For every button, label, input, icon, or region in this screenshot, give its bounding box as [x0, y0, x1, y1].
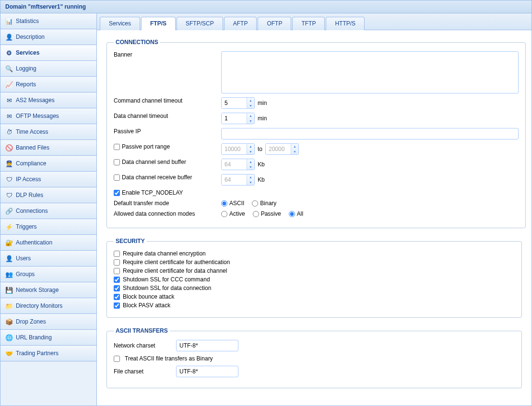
- passive-ip-input[interactable]: [221, 128, 519, 139]
- tab-sftp-scp[interactable]: SFTP/SCP: [177, 17, 223, 30]
- chevron-up-icon[interactable]: ▲: [247, 144, 254, 149]
- net-charset-combo[interactable]: ▼: [176, 340, 238, 351]
- sidebar-item-label: IP Access: [16, 176, 41, 183]
- passive-port-to-spinner[interactable]: ▲▼: [265, 143, 299, 155]
- services-icon: ⚙: [5, 49, 13, 57]
- cmd-timeout-unit: min: [258, 100, 267, 106]
- shutdown-data-checkbox[interactable]: [114, 285, 120, 291]
- chevron-up-icon[interactable]: ▲: [247, 113, 254, 118]
- req-client-cert-auth-label: Require client certificate for authentic…: [123, 259, 230, 266]
- sidebar-item-ip-access[interactable]: 🛡IP Access: [0, 171, 96, 187]
- ascii-legend: ASCII TRANSFERS: [114, 327, 170, 334]
- tab-aftp[interactable]: AFTP: [224, 17, 257, 30]
- cmd-timeout-input[interactable]: [222, 98, 247, 108]
- sidebar-item-network-storage[interactable]: 💾Network Storage: [0, 282, 96, 298]
- net-charset-input[interactable]: [177, 342, 238, 349]
- tab-oftp[interactable]: OFTP: [258, 17, 291, 30]
- transfer-ascii-radio[interactable]: [221, 200, 227, 207]
- chevron-down-icon[interactable]: ▼: [247, 180, 254, 185]
- block-pasv-checkbox[interactable]: [114, 302, 120, 309]
- ip-access-icon: 🛡: [5, 175, 13, 183]
- tcp-nodelay-checkbox[interactable]: [114, 190, 120, 196]
- sidebar-item-as2-messages[interactable]: ✉AS2 Messages: [0, 92, 96, 108]
- data-timeout-input[interactable]: [222, 113, 247, 124]
- sidebar-item-url-branding[interactable]: 🌐URL Branding: [0, 329, 96, 346]
- transfer-mode-label: Default transfer mode: [114, 200, 221, 207]
- conn-all-radio[interactable]: [289, 211, 295, 217]
- conn-passive-label: Passive: [261, 210, 281, 217]
- chevron-up-icon[interactable]: ▲: [247, 174, 254, 180]
- file-charset-input[interactable]: [177, 368, 238, 375]
- req-client-cert-data-checkbox[interactable]: [114, 268, 120, 274]
- sidebar-item-services[interactable]: ⚙Services: [0, 45, 96, 61]
- passive-port-checkbox[interactable]: [114, 144, 120, 150]
- users-icon: 👤: [5, 255, 13, 262]
- passive-port-from-spinner[interactable]: ▲▼: [221, 143, 255, 155]
- sidebar-item-label: Groups: [16, 271, 35, 278]
- file-charset-combo[interactable]: ▼: [176, 366, 238, 377]
- chevron-down-icon[interactable]: ▼: [291, 149, 298, 154]
- sidebar-item-banned-files[interactable]: 🚫Banned Files: [0, 139, 96, 156]
- chevron-down-icon[interactable]: ▼: [247, 149, 254, 154]
- chevron-up-icon[interactable]: ▲: [247, 98, 254, 103]
- passive-port-to-input[interactable]: [266, 144, 291, 154]
- time-access-icon: ⏱: [5, 128, 13, 136]
- tab-http-s[interactable]: HTTP/S: [326, 17, 365, 30]
- shutdown-ccc-checkbox[interactable]: [114, 277, 120, 283]
- sidebar-item-trading-partners[interactable]: 🤝Trading Partners: [0, 345, 96, 361]
- file-charset-label: File charset: [114, 368, 171, 375]
- dlp-rules-icon: 🛡: [5, 191, 13, 199]
- tabs: ServicesFTP/SSFTP/SCPAFTPOFTPTFTPHTTP/S: [97, 13, 532, 30]
- security-legend: SECURITY: [114, 238, 147, 244]
- sidebar-item-compliance[interactable]: 👮Compliance: [0, 155, 96, 172]
- sidebar-item-label: Time Access: [16, 128, 48, 135]
- sidebar-item-statistics[interactable]: 📊Statistics: [0, 13, 96, 29]
- banned-files-icon: 🚫: [5, 144, 13, 151]
- sidebar-item-directory-monitors[interactable]: 📁Directory Monitors: [0, 298, 96, 314]
- recv-buf-checkbox[interactable]: [114, 174, 120, 181]
- req-client-cert-auth-checkbox[interactable]: [114, 259, 120, 266]
- chevron-down-icon[interactable]: ▼: [247, 164, 254, 170]
- shutdown-data-label: Shutdown SSL for data connection: [123, 285, 211, 291]
- tab-ftp-s[interactable]: FTP/S: [141, 17, 176, 30]
- sidebar-item-oftp-messages[interactable]: ✉OFTP Messages: [0, 108, 96, 124]
- block-bounce-checkbox[interactable]: [114, 294, 120, 300]
- cmd-timeout-spinner[interactable]: ▲▼: [221, 97, 255, 109]
- req-data-enc-checkbox[interactable]: [114, 251, 120, 257]
- cmd-timeout-label: Command channel timeout: [114, 97, 221, 104]
- chevron-up-icon[interactable]: ▲: [291, 144, 298, 149]
- send-buf-checkbox[interactable]: [114, 159, 120, 165]
- sidebar-item-logging[interactable]: 🔍Logging: [0, 60, 96, 77]
- conn-active-radio[interactable]: [221, 211, 227, 217]
- sidebar-item-users[interactable]: 👤Users: [0, 250, 96, 267]
- banner-label: Banner: [114, 51, 221, 58]
- chevron-up-icon[interactable]: ▲: [247, 159, 254, 164]
- conn-passive-radio[interactable]: [253, 211, 259, 217]
- chevron-down-icon[interactable]: ▼: [247, 103, 254, 108]
- send-buf-input[interactable]: [222, 159, 247, 170]
- sidebar-item-triggers[interactable]: ⚡Triggers: [0, 219, 96, 235]
- sidebar-item-authentication[interactable]: 🔐Authentication: [0, 234, 96, 251]
- passive-port-to-label: to: [258, 146, 262, 152]
- sidebar-item-time-access[interactable]: ⏱Time Access: [0, 124, 96, 140]
- sidebar-item-groups[interactable]: 👥Groups: [0, 266, 96, 282]
- treat-binary-checkbox[interactable]: [114, 356, 120, 362]
- sidebar-item-description[interactable]: 👤Description: [0, 29, 96, 45]
- sidebar-item-reports[interactable]: 📈Reports: [0, 76, 96, 93]
- passive-port-from-input[interactable]: [222, 144, 247, 154]
- tab-services[interactable]: Services: [100, 17, 140, 30]
- data-timeout-spinner[interactable]: ▲▼: [221, 113, 255, 124]
- sidebar-item-dlp-rules[interactable]: 🛡DLP Rules: [0, 187, 96, 203]
- logging-icon: 🔍: [5, 65, 13, 72]
- tab-tftp[interactable]: TFTP: [292, 17, 325, 30]
- sidebar-item-drop-zones[interactable]: 📦Drop Zones: [0, 313, 96, 330]
- conn-modes-label: Allowed data connection modes: [114, 210, 221, 217]
- recv-buf-input[interactable]: [222, 174, 247, 185]
- sidebar-item-connections[interactable]: 🔗Connections: [0, 203, 96, 219]
- recv-buf-spinner[interactable]: ▲▼: [221, 174, 255, 186]
- banner-textarea[interactable]: [221, 51, 519, 93]
- chevron-down-icon[interactable]: ▼: [247, 118, 254, 124]
- transfer-binary-radio[interactable]: [252, 200, 258, 207]
- connections-fieldset: CONNECTIONS Banner Command channel timeo…: [106, 39, 526, 228]
- send-buf-spinner[interactable]: ▲▼: [221, 159, 255, 170]
